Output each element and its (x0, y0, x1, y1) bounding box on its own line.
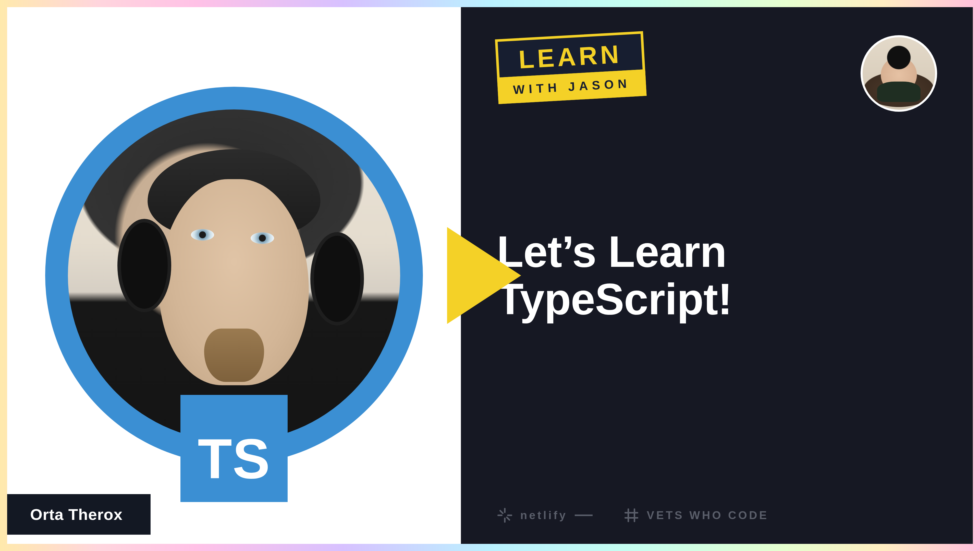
sponsor-row: netlify VETS WHO CODE (496, 507, 769, 524)
show-logo-learn-with-jason: LEARN WITH JASON (495, 31, 647, 104)
typescript-badge: TS (180, 395, 288, 502)
hash-flag-icon (623, 507, 640, 524)
episode-title: Let’s Learn TypeScript! (496, 228, 937, 323)
guest-name: Orta Therox (30, 506, 123, 523)
spark-icon (496, 507, 513, 524)
guest-portrait-ring: TS (45, 87, 423, 464)
play-icon[interactable] (447, 227, 521, 324)
title-panel: LEARN WITH JASON Let’s Learn TypeScript! (461, 7, 973, 544)
svg-line-5 (507, 517, 509, 520)
sponsor-netlify: netlify (496, 507, 593, 524)
typescript-badge-text: TS (198, 433, 270, 484)
sponsor-netlify-label: netlify (520, 509, 568, 522)
sponsor-vwc-label: VETS WHO CODE (647, 509, 769, 522)
guest-portrait (68, 110, 400, 441)
video-card[interactable]: TS Orta Therox LEARN WITH JASON Let’s Le… (7, 7, 973, 544)
divider-icon (575, 514, 593, 516)
host-avatar (861, 35, 937, 112)
sponsor-vets-who-code: VETS WHO CODE (623, 507, 769, 524)
guest-name-ribbon: Orta Therox (7, 494, 151, 535)
gradient-frame: TS Orta Therox LEARN WITH JASON Let’s Le… (0, 0, 980, 551)
guest-panel: TS Orta Therox (7, 7, 461, 544)
svg-line-4 (500, 511, 503, 513)
